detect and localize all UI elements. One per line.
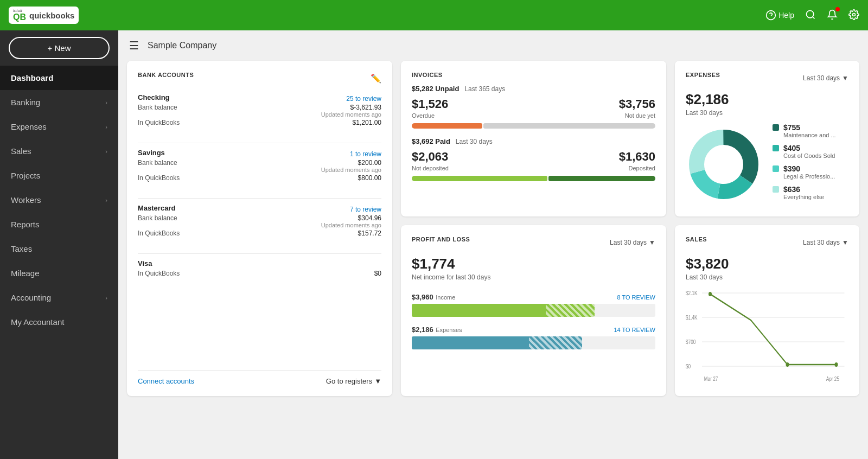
sales-sub-period: Last 30 days: [686, 273, 848, 281]
pnl-income-track: [412, 304, 655, 317]
legend-label-1: Maintenance and ...: [783, 132, 836, 138]
invoices-not-deposited-amount: $2,063: [412, 150, 449, 164]
logo-box: intuit QB quickbooks: [9, 7, 79, 24]
invoices-not-due-amount: $3,756: [619, 97, 655, 111]
invoices-overdue-amount: $1,526: [412, 97, 448, 111]
hamburger-icon[interactable]: ☰: [129, 39, 139, 52]
registers-label: Go to registers: [326, 377, 372, 385]
pnl-expenses-review[interactable]: 14 TO REVIEW: [614, 327, 655, 333]
bank-account-mastercard: Mastercard 7 to review Bank balance $304…: [138, 204, 381, 238]
sidebar-item-my-accountant[interactable]: My Accountant: [0, 310, 118, 334]
pnl-amount: $1,774: [412, 256, 655, 272]
invoices-overdue-label: Overdue: [412, 112, 448, 119]
pnl-income-review[interactable]: 8 TO REVIEW: [617, 294, 655, 301]
sidebar-label-banking: Banking: [11, 98, 40, 107]
go-to-registers-link[interactable]: Go to registers ▼: [326, 377, 381, 385]
svg-text:$2.1K: $2.1K: [686, 290, 698, 296]
invoices-deposit-bar: [412, 176, 655, 181]
savings-name: Savings: [138, 149, 165, 157]
expenses-legend: $755 Maintenance and ... $405 Cost of Go…: [773, 123, 848, 206]
sales-period-selector[interactable]: Last 30 days ▼: [803, 239, 848, 246]
savings-review[interactable]: 1 to review: [350, 150, 381, 158]
visa-qb-label: In QuickBooks: [138, 270, 180, 277]
sidebar-item-sales[interactable]: Sales›: [0, 139, 118, 163]
invoices-not-deposited-label: Not deposited: [412, 165, 449, 171]
checking-qb-row: In QuickBooks $1,201.00: [138, 119, 381, 126]
invoices-deposited-row: $2,063 Not deposited $1,630 Deposited: [412, 150, 655, 171]
legend-item-1: $755 Maintenance and ...: [773, 123, 848, 138]
invoices-deposited-label: Deposited: [619, 165, 655, 171]
mastercard-bank-balance-row: Bank balance $304.96 Updated moments ago: [138, 214, 381, 228]
expenses-chart-area: $755 Maintenance and ... $405 Cost of Go…: [686, 123, 848, 206]
registers-chevron-icon: ▼: [374, 377, 381, 385]
expenses-period-selector[interactable]: Last 30 days ▼: [803, 74, 848, 82]
settings-icon[interactable]: [848, 9, 859, 22]
legend-dot-3: [773, 165, 779, 172]
sidebar-label-mileage: Mileage: [11, 269, 40, 278]
savings-bank-label: Bank balance: [138, 159, 177, 173]
invoices-unpaid-row: $5,282 Unpaid Last 365 days: [412, 85, 655, 93]
not-due-segment: [483, 123, 655, 129]
pnl-header: PROFIT AND LOSS Last 30 days ▼: [412, 236, 655, 249]
checking-review[interactable]: 25 to review: [346, 95, 381, 103]
legend-item-2: $405 Cost of Goods Sold: [773, 144, 848, 159]
sidebar-item-mileage[interactable]: Mileage: [0, 261, 118, 285]
checking-bank-value: $-3,621.93: [321, 104, 381, 111]
bank-account-checking: Checking 25 to review Bank balance $-3,6…: [138, 93, 381, 127]
pnl-expenses-hatched: [529, 336, 583, 349]
sidebar-item-workers[interactable]: Workers›: [0, 188, 118, 212]
pnl-subtitle: Net income for last 30 days: [412, 273, 655, 281]
sales-title: SALES: [686, 236, 707, 243]
help-icon[interactable]: Help: [765, 10, 794, 21]
sidebar-item-taxes[interactable]: Taxes: [0, 237, 118, 261]
search-icon[interactable]: [805, 9, 816, 22]
visa-qb-row: In QuickBooks $0: [138, 270, 381, 277]
bank-edit-icon[interactable]: ✏️: [371, 73, 381, 84]
notification-icon[interactable]: [827, 9, 838, 22]
sidebar-item-banking[interactable]: Banking›: [0, 90, 118, 114]
profit-loss-card: PROFIT AND LOSS Last 30 days ▼ $1,774 Ne…: [401, 225, 666, 396]
legend-amount-3: $390: [783, 164, 835, 173]
invoices-card: INVOICES $5,282 Unpaid Last 365 days $1,…: [401, 61, 666, 216]
legend-dot-1: [773, 124, 779, 131]
overdue-segment: [412, 123, 482, 129]
sidebar-item-reports[interactable]: Reports: [0, 212, 118, 237]
sidebar-item-projects[interactable]: Projects: [0, 163, 118, 188]
svg-point-4: [853, 13, 856, 16]
sales-period-label: Last 30 days: [803, 239, 840, 246]
new-button[interactable]: + New: [9, 37, 110, 59]
sales-chevron-icon: ▼: [842, 239, 848, 246]
pnl-income-bar: [412, 304, 655, 317]
sales-card: SALES Last 30 days ▼ $3,820 Last 30 days: [675, 225, 859, 396]
checking-bank-balance-row: Bank balance $-3,621.93 Updated moments …: [138, 104, 381, 118]
mastercard-qb-value: $157.72: [358, 229, 381, 237]
sidebar-item-expenses[interactable]: Expenses›: [0, 114, 118, 139]
invoices-paid-amount: $3,692 Paid: [412, 137, 450, 145]
bank-account-visa: Visa In QuickBooks $0: [138, 259, 381, 278]
connect-accounts-link[interactable]: Connect accounts: [138, 377, 194, 385]
checking-updated: Updated moments ago: [321, 111, 381, 118]
svg-text:$0: $0: [686, 363, 691, 369]
mastercard-review[interactable]: 7 to review: [350, 206, 381, 213]
company-name: Sample Company: [148, 41, 216, 50]
expenses-chevron-icon: ▼: [842, 74, 848, 82]
sidebar-label-my-accountant: My Accountant: [11, 317, 64, 327]
legend-item-3: $390 Legal & Professio...: [773, 164, 848, 180]
legend-amount-1: $755: [783, 123, 836, 132]
invoices-overdue-row: $1,526 Overdue $3,756 Not due yet: [412, 97, 655, 119]
sales-amount: $3,820: [686, 256, 848, 272]
sidebar-item-dashboard[interactable]: Dashboard: [0, 66, 118, 90]
pnl-expenses-label: Expenses: [436, 327, 462, 333]
checking-bank-label: Bank balance: [138, 104, 177, 118]
bank-accounts-title: BANK ACCOUNTS: [138, 72, 194, 78]
svg-point-2: [807, 10, 814, 17]
visa-qb-value: $0: [374, 270, 381, 277]
legend-amount-4: $636: [783, 185, 824, 194]
top-bar-actions: Help: [765, 9, 859, 22]
sidebar-chevron-sales: ›: [105, 148, 107, 155]
bank-divider-3: [138, 253, 381, 254]
pnl-period-selector[interactable]: Last 30 days ▼: [610, 239, 655, 246]
sidebar-item-accounting[interactable]: Accounting›: [0, 285, 118, 310]
pnl-expenses-solid: [412, 336, 529, 349]
sidebar-label-sales: Sales: [11, 146, 31, 156]
